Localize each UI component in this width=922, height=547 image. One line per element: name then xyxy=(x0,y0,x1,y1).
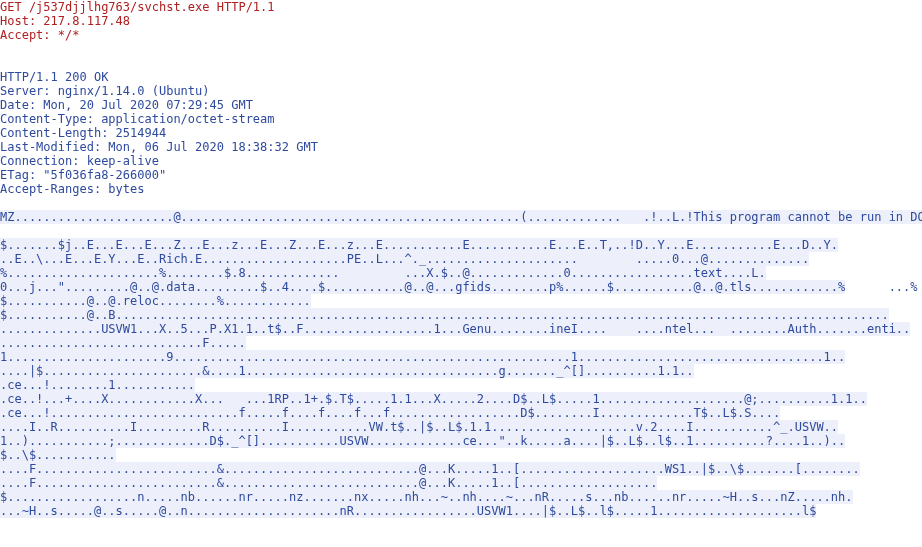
hex-row: 1..)...........;.............D$._^[]....… xyxy=(0,434,845,448)
hex-row: ....F.........................&.........… xyxy=(0,476,657,490)
hex-row: 0...j...".........@..@.data.........$..4… xyxy=(0,280,845,294)
hex-row: .ce...!..........................f.....f… xyxy=(0,406,780,420)
binary-body: MZ......................@...............… xyxy=(0,210,922,518)
response-header-connection: Connection: keep-alive xyxy=(0,154,159,168)
hex-row: $..................n.....nb......nr.....… xyxy=(0,490,853,504)
hex-row: ....|$......................&....1......… xyxy=(0,364,694,378)
hex-row: $...........@..@.reloc........%.........… xyxy=(0,294,311,308)
request-line: GET /j537djjlhg763/svchst.exe HTTP/1.1 xyxy=(0,0,275,14)
response-header-server: Server: nginx/1.14.0 (Ubuntu) xyxy=(0,84,210,98)
hex-row: $...........@..B........................… xyxy=(0,308,889,322)
hex-row: ..E..\...E...E.Y...E..Rich.E............… xyxy=(0,252,809,266)
response-header-etag: ETag: "5f036fa8-266000" xyxy=(0,168,166,182)
request-header-accept: Accept: */* xyxy=(0,28,79,42)
hex-row: $..\$........... xyxy=(0,448,116,462)
hex-row: $.......$j..E...E...E...Z...E...z...E...… xyxy=(0,238,838,252)
response-status: HTTP/1.1 200 OK xyxy=(0,70,108,84)
response-header-last-modified: Last-Modified: Mon, 06 Jul 2020 18:38:32… xyxy=(0,140,318,154)
response-header-accept-ranges: Accept-Ranges: bytes xyxy=(0,182,145,196)
hex-row: ............................F..... xyxy=(0,336,246,350)
response-header-content-type: Content-Type: application/octet-stream xyxy=(0,112,275,126)
hex-row: ..............USVW1...X..5...P.X1.1..t$.… xyxy=(0,322,910,336)
http-request: GET /j537djjlhg763/svchst.exe HTTP/1.1 H… xyxy=(0,0,275,42)
hex-row: ...~H..s.....@..s.....@..n..............… xyxy=(0,504,816,518)
hex-row: %.....................%........$.8......… xyxy=(0,266,766,280)
hex-row: .ce..!...+....X............X... ...1RP..… xyxy=(0,392,867,406)
response-header-date: Date: Mon, 20 Jul 2020 07:29:45 GMT xyxy=(0,98,253,112)
http-response: HTTP/1.1 200 OK Server: nginx/1.14.0 (Ub… xyxy=(0,70,318,196)
response-header-content-length: Content-Length: 2514944 xyxy=(0,126,166,140)
hex-row: .ce...!........1........... xyxy=(0,378,195,392)
request-header-host: Host: 217.8.117.48 xyxy=(0,14,130,28)
hex-row: 1......................9................… xyxy=(0,350,845,364)
hex-row: ....F.........................&.........… xyxy=(0,462,860,476)
packet-dump: GET /j537djjlhg763/svchst.exe HTTP/1.1 H… xyxy=(0,0,922,518)
hex-row: ....I..R..........I.........R..........I… xyxy=(0,420,838,434)
hex-row: MZ......................@...............… xyxy=(0,210,922,224)
